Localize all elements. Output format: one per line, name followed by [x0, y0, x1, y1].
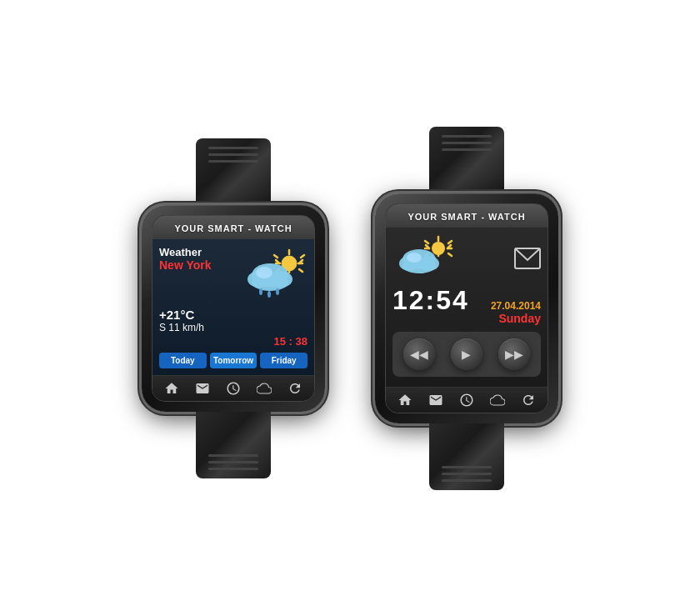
- watch-2: YOUR SMART - WATCH: [375, 127, 558, 490]
- day-buttons: Today Tomorrow Friday: [159, 353, 308, 368]
- weather-details: +21°C S 11 km/h 15 : 38: [159, 308, 308, 348]
- svg-line-4: [274, 255, 278, 258]
- mail-envelope-icon: [514, 248, 541, 269]
- rewind-icon: ◀◀: [410, 348, 428, 361]
- city-name: New York: [159, 258, 241, 272]
- media-controls: ◀◀ ▶ ▶▶: [392, 332, 541, 377]
- date-area: 27.04.2014 Sunday: [491, 300, 541, 325]
- watch2-content: 12:54 27.04.2014 Sunday ◀◀: [386, 228, 548, 387]
- clock-sun-area: [392, 234, 459, 280]
- svg-line-23: [425, 241, 428, 243]
- refresh-icon-2[interactable]: [521, 393, 536, 408]
- weather-top: Weather New York: [159, 246, 308, 304]
- watch1-header: YOUR SMART - WATCH: [152, 216, 314, 239]
- day-display: Sunday: [491, 312, 541, 325]
- watches-container: YOUR SMART - WATCH Weather New York: [142, 127, 558, 490]
- svg-point-17: [268, 291, 271, 298]
- weather-icon: [241, 246, 308, 304]
- svg-point-34: [407, 253, 422, 263]
- clock-icon[interactable]: [226, 381, 241, 396]
- home-icon-2[interactable]: [398, 393, 412, 408]
- play-button[interactable]: ▶: [451, 338, 482, 370]
- rewind-button[interactable]: ◀◀: [403, 338, 435, 370]
- watch2-nav-bar: [386, 387, 548, 413]
- watch-case-2: YOUR SMART - WATCH: [375, 193, 558, 423]
- weather-info: Weather New York: [159, 246, 241, 272]
- weather-svg: [241, 246, 308, 300]
- fastforward-icon: ▶▶: [505, 348, 523, 361]
- cloud-icon-2[interactable]: [490, 393, 505, 408]
- play-icon: ▶: [462, 348, 471, 361]
- cloud-icon[interactable]: [257, 381, 272, 396]
- svg-line-24: [448, 241, 452, 243]
- watch-screen-2: YOUR SMART - WATCH: [385, 203, 548, 413]
- mail-icon[interactable]: [195, 381, 210, 396]
- clock-weather-svg: [392, 234, 459, 280]
- weather-label: Weather: [159, 246, 241, 258]
- mail-icon-2[interactable]: [428, 393, 443, 408]
- friday-button[interactable]: Friday: [260, 353, 308, 368]
- svg-point-18: [276, 288, 279, 295]
- svg-line-26: [448, 253, 452, 256]
- home-icon[interactable]: [164, 381, 179, 396]
- watch1-nav-bar: [152, 375, 314, 401]
- refresh-icon[interactable]: [288, 381, 302, 396]
- strap-bottom-1: [196, 412, 271, 478]
- watch-screen-1: YOUR SMART - WATCH Weather New York: [152, 215, 315, 402]
- temperature: +21°C: [159, 308, 308, 322]
- svg-point-15: [256, 267, 272, 278]
- watch-case-1: YOUR SMART - WATCH Weather New York: [142, 205, 325, 412]
- big-time: 12:54: [392, 287, 469, 313]
- watch-1: YOUR SMART - WATCH Weather New York: [142, 138, 325, 478]
- current-time: 15 : 38: [159, 335, 308, 348]
- svg-point-14: [252, 274, 288, 291]
- svg-line-7: [299, 269, 302, 272]
- today-button[interactable]: Today: [159, 353, 207, 368]
- fastforward-button[interactable]: ▶▶: [498, 338, 530, 370]
- strap-bottom-2: [429, 423, 504, 490]
- clock-icon-2[interactable]: [459, 393, 474, 408]
- mail-icon-top-right[interactable]: [514, 244, 541, 269]
- wind-speed: S 11 km/h: [159, 322, 308, 333]
- svg-point-29: [432, 242, 445, 255]
- watch2-brand: YOUR SMART - WATCH: [408, 212, 525, 222]
- svg-point-16: [259, 288, 262, 295]
- watch2-header: YOUR SMART - WATCH: [386, 204, 548, 228]
- watch1-brand: YOUR SMART - WATCH: [174, 223, 292, 233]
- strap-top-1: [196, 138, 271, 205]
- svg-line-5: [301, 255, 304, 258]
- watch1-content: Weather New York: [152, 239, 314, 375]
- clock-top: [392, 234, 541, 280]
- tomorrow-button[interactable]: Tomorrow: [210, 353, 258, 368]
- clock-middle: 12:54 27.04.2014 Sunday: [392, 287, 541, 325]
- date-display: 27.04.2014: [491, 300, 541, 312]
- strap-top-2: [429, 127, 504, 193]
